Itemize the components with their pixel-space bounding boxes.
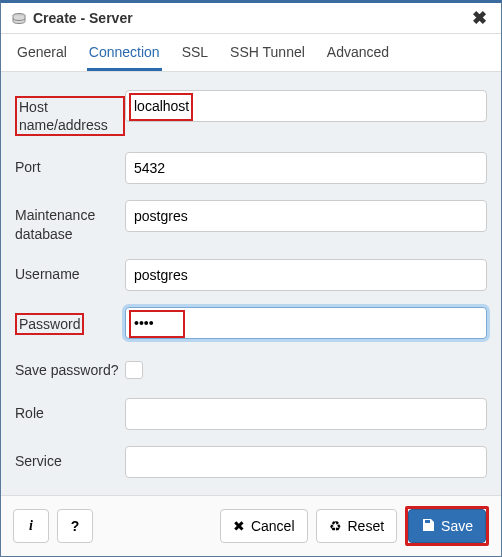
tab-ssh-tunnel[interactable]: SSH Tunnel: [228, 34, 307, 71]
tab-bar: General Connection SSL SSH Tunnel Advanc…: [1, 34, 501, 72]
dialog-title: Create - Server: [33, 10, 133, 26]
recycle-icon: ♻: [329, 518, 342, 534]
username-label: Username: [15, 259, 125, 283]
save-password-label: Save password?: [15, 355, 125, 379]
form-body: Host name/address Port Maintenance datab…: [1, 72, 501, 495]
service-label: Service: [15, 446, 125, 470]
username-input[interactable]: [125, 259, 487, 291]
save-label: Save: [441, 518, 473, 534]
close-icon[interactable]: ✖: [468, 9, 491, 27]
role-label: Role: [15, 398, 125, 422]
tab-general[interactable]: General: [15, 34, 69, 71]
tab-advanced[interactable]: Advanced: [325, 34, 391, 71]
create-server-dialog: Create - Server ✖ General Connection SSL…: [0, 0, 502, 557]
save-icon: [421, 518, 435, 535]
maintenance-db-input[interactable]: [125, 200, 487, 232]
help-button[interactable]: ?: [57, 509, 93, 543]
info-icon: i: [29, 518, 33, 534]
host-label: Host name/address: [15, 90, 125, 136]
help-icon: ?: [71, 518, 80, 534]
close-icon: ✖: [233, 518, 245, 534]
reset-label: Reset: [348, 518, 385, 534]
save-password-checkbox[interactable]: [125, 361, 143, 379]
password-label: Password: [15, 307, 125, 335]
reset-button[interactable]: ♻ Reset: [316, 509, 398, 543]
tab-ssl[interactable]: SSL: [180, 34, 210, 71]
info-button[interactable]: i: [13, 509, 49, 543]
maintenance-db-label: Maintenance database: [15, 200, 125, 242]
tab-connection[interactable]: Connection: [87, 34, 162, 71]
cancel-button[interactable]: ✖ Cancel: [220, 509, 308, 543]
database-icon: [11, 12, 27, 24]
save-button[interactable]: Save: [408, 509, 486, 543]
service-input[interactable]: [125, 446, 487, 478]
cancel-label: Cancel: [251, 518, 295, 534]
host-input[interactable]: [125, 90, 487, 122]
dialog-footer: i ? ✖ Cancel ♻ Reset Save: [1, 495, 501, 556]
role-input[interactable]: [125, 398, 487, 430]
port-label: Port: [15, 152, 125, 176]
password-input[interactable]: [125, 307, 487, 339]
dialog-header: Create - Server ✖: [1, 3, 501, 34]
port-input[interactable]: [125, 152, 487, 184]
